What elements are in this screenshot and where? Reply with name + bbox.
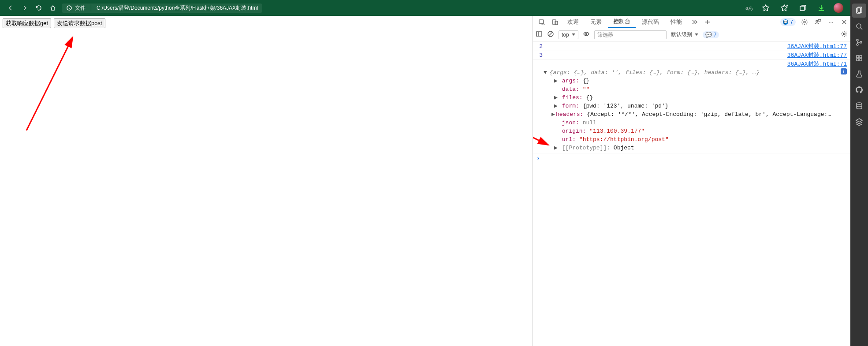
source-link[interactable]: 36AJAX封装.html:77 [787, 42, 847, 51]
info-icon [66, 5, 72, 11]
object-summary[interactable]: ▼ {args: {…}, data: '', files: {…}, form… [544, 68, 847, 77]
caret-down-icon: ▼ [544, 68, 547, 77]
downloads-button[interactable] [815, 2, 827, 14]
svg-rect-9 [860, 56, 862, 58]
console-settings-button[interactable] [841, 30, 848, 39]
home-icon [49, 4, 56, 11]
svg-line-13 [26, 37, 73, 130]
svg-point-6 [857, 44, 858, 45]
sidebar-search-icon[interactable] [852, 19, 866, 33]
issues-inline-badge[interactable]: 💬 7 [703, 31, 719, 38]
source-link[interactable]: 36AJAX封装.html:71 [787, 60, 847, 68]
object-prop[interactable]: ▶ form: {pwd: '123', uname: 'pd'} [544, 102, 847, 110]
tabs-overflow-button[interactable] [688, 16, 700, 28]
tab-welcome[interactable]: 欢迎 [562, 16, 584, 28]
chat-icon: 💬 [783, 19, 788, 25]
summary-text: {args: {…}, data: '', files: {…}, form: … [550, 68, 838, 77]
toolbar-right: aあ ··· [745, 2, 864, 14]
object-prop[interactable]: ▶ args: {} [544, 77, 847, 85]
console-log-row[interactable]: 36AJAX封装.html:71 [533, 60, 850, 68]
sidebar-github-icon[interactable] [852, 83, 866, 97]
console-log-row[interactable]: 3 36AJAX封装.html:77 [533, 51, 850, 60]
console-log-row[interactable]: 2 36AJAX封装.html:77 [533, 42, 850, 51]
sidebar-labs-icon[interactable] [852, 67, 866, 81]
svg-point-18 [816, 20, 818, 22]
filter-input[interactable] [594, 30, 667, 39]
tab-performance[interactable]: 性能 [665, 16, 687, 28]
svg-rect-19 [818, 19, 821, 21]
device-emulation-button[interactable] [549, 16, 561, 28]
object-prop[interactable]: ▶headers: {Accept: '*/*', Accept-Encodin… [544, 110, 847, 119]
back-button[interactable] [4, 2, 18, 14]
svg-point-22 [585, 33, 587, 35]
console-object[interactable]: ▼ {args: {…}, data: '', files: {…}, form… [533, 68, 850, 153]
object-prop[interactable]: ▶ [[Prototype]]: Object [544, 144, 847, 152]
ellipsis-icon: ··· [829, 19, 834, 25]
address-bar[interactable]: 文件 C:/Users/潘登/Documents/python全系列/Flask… [62, 4, 262, 13]
console-prompt[interactable]: › [533, 153, 850, 164]
feedback-button[interactable] [812, 16, 824, 28]
refresh-button[interactable] [32, 2, 46, 14]
reading-mode-icon[interactable]: aあ [745, 5, 753, 11]
execution-context-selector[interactable]: top [559, 30, 578, 39]
caret-right-icon: ▶ [551, 110, 556, 119]
object-prop[interactable]: origin: "113.100.39.177" [544, 127, 847, 135]
plus-icon [704, 19, 711, 25]
svg-rect-15 [552, 20, 556, 24]
sidebar-extensions-icon[interactable] [852, 51, 866, 65]
info-icon[interactable]: i [841, 68, 847, 74]
toggle-sidebar-button[interactable] [536, 30, 543, 39]
settings-button[interactable] [798, 16, 811, 28]
object-prop[interactable]: json: null [544, 119, 847, 127]
source-link[interactable]: 36AJAX封装.html:77 [787, 51, 847, 60]
person-feedback-icon [814, 19, 821, 26]
forward-button[interactable] [18, 2, 32, 14]
sidebar-icon [536, 30, 543, 37]
sidebar-db-icon[interactable] [852, 99, 866, 113]
eye-icon [583, 30, 590, 37]
post-button[interactable]: 发送请求数据post [54, 19, 105, 28]
caret-right-icon: ▶ [554, 93, 559, 102]
download-icon [817, 4, 825, 12]
svg-point-12 [857, 103, 862, 104]
devtools-tabs: 欢迎 元素 控制台 源代码 性能 💬 7 ··· [533, 16, 850, 28]
home-button[interactable] [46, 2, 60, 14]
edge-sidebar [850, 0, 868, 346]
separator [91, 4, 91, 11]
sidebar-copy-icon[interactable] [852, 4, 866, 18]
object-prop[interactable]: url: "https://httpbin.org/post" [544, 135, 847, 144]
sidebar-layers-icon[interactable] [852, 115, 866, 129]
device-toolbar-button[interactable] [536, 16, 548, 28]
new-tab-button[interactable] [701, 16, 714, 28]
profile-avatar[interactable] [834, 3, 843, 13]
live-expression-button[interactable] [583, 30, 590, 39]
tab-sources[interactable]: 源代码 [637, 16, 664, 28]
object-prop[interactable]: ▶ files: {} [544, 93, 847, 102]
console-toolbar: top 默认级别 💬 7 [533, 28, 850, 41]
page-buttons: 获取响应数据get 发送请求数据post [3, 19, 530, 28]
chevron-right-icon: › [536, 155, 540, 162]
close-devtools-button[interactable] [838, 16, 850, 28]
favorites-hub-button[interactable] [778, 2, 790, 14]
object-prop[interactable]: data: "" [544, 85, 847, 93]
clear-console-button[interactable] [547, 30, 554, 39]
issues-badge[interactable]: 💬 7 [780, 18, 796, 26]
log-level-selector[interactable]: 默认级别 [671, 31, 698, 38]
tab-elements[interactable]: 元素 [585, 16, 607, 28]
svg-point-17 [804, 21, 805, 23]
sidebar-branch-icon[interactable] [852, 35, 866, 49]
svg-rect-14 [539, 20, 544, 23]
star-plus-icon [780, 4, 788, 12]
gear-icon [801, 19, 808, 26]
get-button[interactable]: 获取响应数据get [3, 19, 51, 28]
tab-console[interactable]: 控制台 [608, 16, 636, 28]
svg-rect-8 [857, 56, 859, 58]
svg-point-7 [860, 41, 862, 43]
more-options-button[interactable]: ··· [825, 16, 837, 28]
svg-rect-10 [857, 59, 859, 61]
gear-icon [841, 30, 848, 37]
caret-right-icon: ▶ [554, 144, 559, 152]
favorite-button[interactable] [760, 2, 772, 14]
collections-button[interactable] [797, 2, 809, 14]
annotation-arrow-1 [22, 33, 79, 135]
